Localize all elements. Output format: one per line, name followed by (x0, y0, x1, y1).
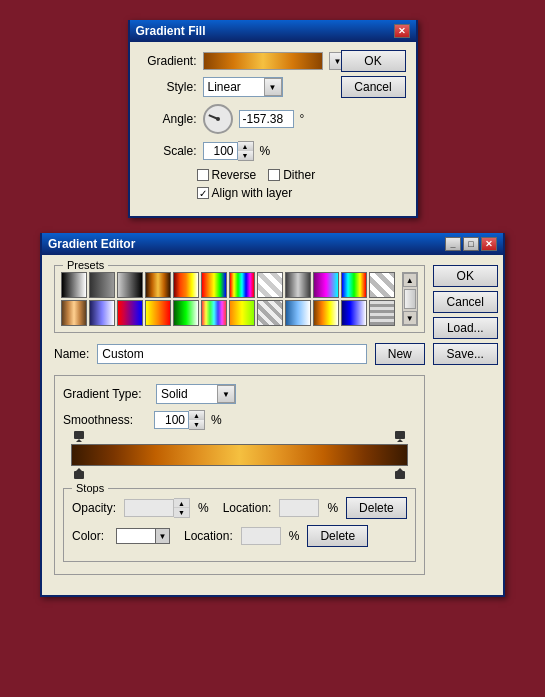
scroll-down-button[interactable]: ▼ (403, 311, 417, 325)
name-row: Name: New (54, 343, 425, 365)
editor-cancel-button[interactable]: Cancel (433, 291, 498, 313)
maximize-button[interactable]: □ (463, 237, 479, 251)
color-delete-button[interactable]: Delete (307, 525, 368, 547)
title-bar-buttons: ✕ (394, 24, 410, 38)
preset-violet-cyan[interactable] (313, 272, 339, 298)
color-swatch[interactable] (116, 528, 156, 544)
opacity-stop-left[interactable] (73, 430, 85, 442)
scale-input[interactable] (203, 142, 238, 160)
preset-magenta[interactable] (117, 300, 143, 326)
align-checkbox[interactable]: ✓ (197, 187, 209, 199)
align-checkbox-item[interactable]: ✓ Align with layer (197, 186, 293, 200)
dither-checkbox-item[interactable]: Dither (268, 168, 315, 182)
gradient-bar-container (71, 430, 408, 480)
angle-dial[interactable] (203, 104, 233, 134)
style-combo[interactable]: Linear ▼ (203, 77, 283, 97)
presets-scrollbar[interactable]: ▲ ▼ (402, 272, 418, 326)
reverse-checkbox-item[interactable]: Reverse (197, 168, 257, 182)
scale-spin-up[interactable]: ▲ (238, 142, 253, 151)
editor-load-button[interactable]: Load... (433, 317, 498, 339)
editor-ok-button[interactable]: OK (433, 265, 498, 287)
smoothness-spin-arrows: ▲ ▼ (189, 410, 205, 430)
new-button[interactable]: New (375, 343, 425, 365)
svg-marker-4 (76, 468, 82, 471)
opacity-stop-left-icon (73, 430, 85, 442)
opacity-location-input (279, 499, 319, 517)
gradient-fill-title: Gradient Fill (136, 24, 206, 38)
preset-copper[interactable] (145, 272, 171, 298)
reverse-checkbox[interactable] (197, 169, 209, 181)
scroll-up-button[interactable]: ▲ (403, 273, 417, 287)
preset-checker2[interactable] (369, 272, 395, 298)
preset-lines[interactable] (369, 300, 395, 326)
angle-input[interactable] (239, 110, 294, 128)
editor-title-bar-buttons: _ □ ✕ (445, 237, 497, 251)
opacity-stop-right[interactable] (394, 430, 406, 442)
angle-degree: ° (300, 112, 305, 126)
scroll-thumb[interactable] (404, 289, 416, 309)
preset-orange-green[interactable] (229, 300, 255, 326)
gradient-editor-dialog: Gradient Editor _ □ ✕ Presets (40, 233, 505, 597)
editor-save-button[interactable]: Save... (433, 343, 498, 365)
smoothness-spin: ▲ ▼ (154, 410, 205, 430)
gradient-label: Gradient: (142, 54, 197, 68)
preset-transparent[interactable] (117, 272, 143, 298)
scale-spin-arrows: ▲ ▼ (238, 141, 254, 161)
preset-fg-bg[interactable] (89, 272, 115, 298)
close-button[interactable]: ✕ (394, 24, 410, 38)
color-stop-left[interactable] (73, 468, 85, 480)
svg-rect-7 (395, 471, 405, 479)
smoothness-spin-up[interactable]: ▲ (189, 411, 204, 420)
gradient-type-combo[interactable]: Solid ▼ (156, 384, 236, 404)
editor-close-button[interactable]: ✕ (481, 237, 497, 251)
preset-yellow-red[interactable] (145, 300, 171, 326)
opacity-spin-down: ▼ (174, 508, 189, 517)
preset-bw[interactable] (61, 272, 87, 298)
smoothness-label: Smoothness: (63, 413, 148, 427)
preset-blue2[interactable] (341, 300, 367, 326)
minimize-button[interactable]: _ (445, 237, 461, 251)
reverse-label: Reverse (212, 168, 257, 182)
color-location-percent: % (289, 529, 300, 543)
preset-blue-white[interactable] (89, 300, 115, 326)
color-stop-right[interactable] (394, 468, 406, 480)
preset-sky[interactable] (285, 300, 311, 326)
scale-spin-down[interactable]: ▼ (238, 151, 253, 160)
checkbox-row-2: ✓ Align with layer (197, 186, 404, 200)
style-dropdown-arrow[interactable]: ▼ (264, 78, 282, 96)
opacity-location-percent: % (327, 501, 338, 515)
opacity-delete-button[interactable]: Delete (346, 497, 407, 519)
gradient-fill-cancel-button[interactable]: Cancel (341, 76, 406, 98)
dither-checkbox[interactable] (268, 169, 280, 181)
color-stop-right-icon (394, 468, 406, 480)
preset-checker1[interactable] (257, 272, 283, 298)
preset-sunset[interactable] (313, 300, 339, 326)
color-swatch-dropdown[interactable]: ▼ (156, 528, 170, 544)
preset-green-white[interactable] (173, 300, 199, 326)
preset-rainbow2[interactable] (201, 300, 227, 326)
svg-marker-1 (76, 439, 82, 442)
align-label: Align with layer (212, 186, 293, 200)
gradient-editor-title: Gradient Editor (48, 237, 135, 251)
preset-rainbow[interactable] (229, 272, 255, 298)
preset-cold-warm[interactable] (341, 272, 367, 298)
preset-silver[interactable] (285, 272, 311, 298)
angle-label: Angle: (142, 112, 197, 126)
preset-checker3[interactable] (257, 300, 283, 326)
preset-spectrum[interactable] (201, 272, 227, 298)
gradient-main-bar[interactable] (71, 444, 408, 466)
color-label: Color: (72, 529, 104, 543)
name-input[interactable] (97, 344, 366, 364)
gradient-preview[interactable] (203, 52, 323, 70)
preset-gold[interactable] (61, 300, 87, 326)
smoothness-input[interactable] (154, 411, 189, 429)
gradient-fill-ok-button[interactable]: OK (341, 50, 406, 72)
smoothness-percent: % (211, 413, 222, 427)
opacity-stop-right-icon (394, 430, 406, 442)
smoothness-spin-down[interactable]: ▼ (189, 420, 204, 429)
gradient-type-dropdown-arrow[interactable]: ▼ (217, 385, 235, 403)
checkbox-row-1: Reverse Dither (197, 168, 404, 182)
preset-red-yellow[interactable] (173, 272, 199, 298)
opacity-percent-label: % (198, 501, 209, 515)
opacity-input (124, 499, 174, 517)
